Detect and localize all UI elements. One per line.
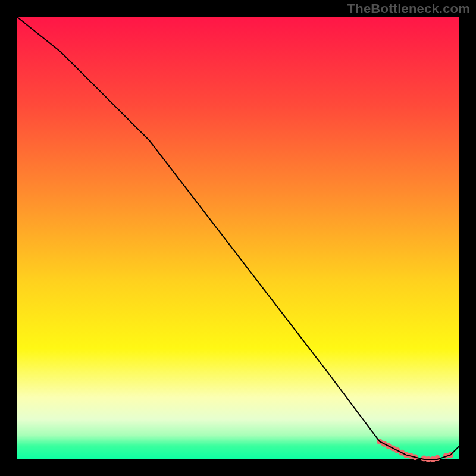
watermark-text: TheBottleneck.com bbox=[347, 1, 470, 17]
plot-background bbox=[17, 17, 459, 459]
bottleneck-chart bbox=[0, 0, 476, 476]
chart-frame: { "watermark": "TheBottleneck.com", "plo… bbox=[0, 0, 476, 476]
